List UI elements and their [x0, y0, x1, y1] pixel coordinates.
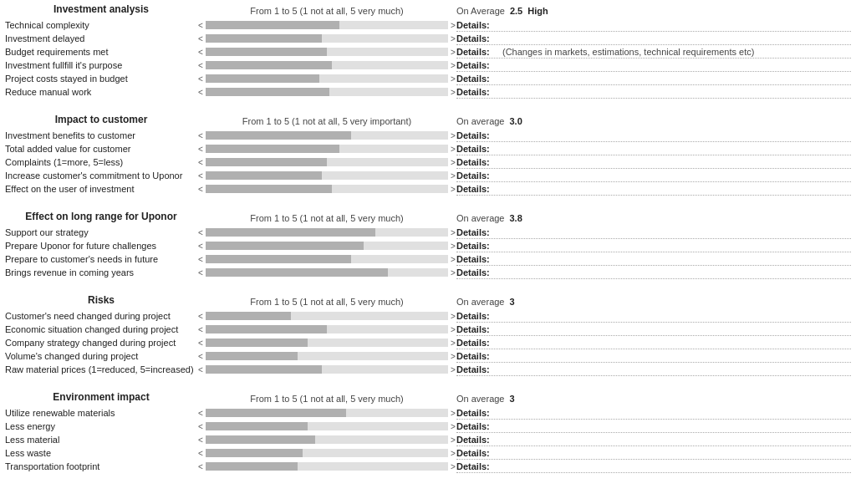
section-title-risks: Risks: [5, 294, 197, 309]
left-arrow-risks-3: <: [197, 352, 204, 361]
left-arrow-investment-1: <: [197, 34, 204, 43]
avg-value-longrange: 3.8: [509, 213, 522, 223]
detail-label-investment-0: Details:: [456, 20, 502, 30]
bar-row-longrange-3: <>: [197, 266, 456, 279]
left-arrow-risks-1: <: [197, 325, 204, 334]
bar-row-customer-4: <>: [197, 182, 456, 196]
right-header-longrange: On average3.8: [456, 211, 851, 226]
detail-label-environment-1: Details:: [456, 421, 502, 431]
scale-header-longrange: From 1 to 5 (1 not at all, 5 very much): [197, 211, 456, 226]
bar-track-longrange-0: [206, 228, 448, 237]
right-arrow-investment-2: >: [450, 48, 456, 57]
divider-3: [5, 384, 851, 391]
detail-row-risks-4: Details:: [456, 363, 851, 376]
section-title-customer: Impact to customer: [5, 114, 197, 129]
detail-row-investment-4: Details:: [456, 72, 851, 85]
bar-row-customer-2: <>: [197, 155, 456, 169]
mid-col-investment: From 1 to 5 (1 not at all, 5 very much)<…: [197, 3, 456, 99]
right-header-customer: On average3.0: [456, 114, 851, 129]
bar-row-investment-0: <>: [197, 18, 456, 32]
right-arrow-risks-4: >: [450, 365, 456, 374]
bar-fill-investment-0: [206, 21, 339, 29]
mid-col-environment: From 1 to 5 (1 not at all, 5 very much)<…: [197, 391, 456, 473]
left-arrow-longrange-3: <: [197, 268, 204, 277]
row-label-investment-4: Project costs stayed in budget: [5, 72, 197, 85]
avg-label-investment: On Average: [456, 6, 505, 16]
left-col-investment: Investment analysisTechnical complexityI…: [5, 3, 197, 99]
bar-track-risks-3: [206, 352, 448, 360]
bar-row-longrange-0: <>: [197, 226, 456, 239]
row-label-environment-3: Less waste: [5, 446, 197, 460]
detail-label-risks-1: Details:: [456, 324, 502, 334]
bar-fill-risks-2: [206, 339, 308, 347]
right-arrow-investment-0: >: [450, 21, 456, 30]
detail-row-investment-5: Details:: [456, 85, 851, 99]
row-label-environment-1: Less energy: [5, 420, 197, 433]
left-arrow-risks-0: <: [197, 312, 204, 321]
avg-value-customer: 3.0: [509, 116, 522, 126]
detail-row-longrange-2: Details:: [456, 252, 851, 266]
detail-row-customer-0: Details:: [456, 129, 851, 142]
detail-value-investment-2: (Changes in markets, estimations, techni…: [502, 47, 851, 57]
bar-fill-environment-1: [206, 422, 308, 430]
right-header-investment: On Average2.5High: [456, 3, 851, 18]
row-label-environment-4: Transportation footprint: [5, 460, 197, 473]
bar-track-investment-3: [206, 61, 448, 69]
bar-track-customer-4: [206, 185, 448, 193]
left-arrow-environment-2: <: [197, 435, 204, 445]
bar-row-risks-1: <>: [197, 323, 456, 336]
detail-label-risks-0: Details:: [456, 311, 502, 321]
right-col-longrange: On average3.8Details:Details:Details:Det…: [456, 211, 851, 279]
bar-track-investment-1: [206, 34, 448, 43]
bar-fill-environment-4: [206, 462, 298, 471]
scale-header-environment: From 1 to 5 (1 not at all, 5 very much): [197, 391, 456, 406]
detail-row-risks-2: Details:: [456, 336, 851, 349]
row-label-risks-1: Economic situation changed during projec…: [5, 323, 197, 336]
bar-track-investment-5: [206, 88, 448, 96]
left-col-customer: Impact to customerInvestment benefits to…: [5, 114, 197, 196]
section-row-environment: Environment impactUtilize renewable mate…: [5, 391, 851, 473]
section-row-risks: RisksCustomer's need changed during proj…: [5, 294, 851, 376]
detail-label-risks-4: Details:: [456, 364, 502, 374]
bar-fill-customer-2: [206, 158, 327, 166]
row-label-risks-2: Company strategy changed during project: [5, 336, 197, 349]
bar-fill-risks-0: [206, 312, 291, 320]
left-arrow-risks-4: <: [197, 365, 204, 374]
detail-label-environment-3: Details:: [456, 448, 502, 458]
bar-track-investment-0: [206, 21, 448, 29]
detail-label-investment-4: Details:: [456, 74, 502, 84]
bar-track-customer-2: [206, 158, 448, 166]
bar-fill-environment-3: [206, 449, 303, 457]
bar-row-investment-2: <>: [197, 45, 456, 59]
right-arrow-investment-3: >: [450, 61, 456, 70]
bar-row-risks-0: <>: [197, 309, 456, 323]
detail-label-risks-3: Details:: [456, 351, 502, 361]
left-arrow-customer-0: <: [197, 131, 204, 140]
section-customer: Impact to customerInvestment benefits to…: [5, 114, 851, 196]
scale-header-risks: From 1 to 5 (1 not at all, 5 very much): [197, 294, 456, 309]
row-label-customer-2: Complaints (1=more, 5=less): [5, 155, 197, 169]
right-arrow-environment-4: >: [450, 462, 456, 471]
avg-label-longrange: On average: [456, 213, 504, 223]
right-header-environment: On average3: [456, 391, 851, 406]
left-col-longrange: Effect on long range for UponorSupport o…: [5, 211, 197, 279]
bar-track-customer-0: [206, 131, 448, 140]
left-arrow-customer-4: <: [197, 185, 204, 194]
right-arrow-investment-4: >: [450, 74, 456, 84]
row-label-investment-0: Technical complexity: [5, 18, 197, 32]
bar-track-investment-2: [206, 48, 448, 56]
bar-row-risks-2: <>: [197, 336, 456, 349]
row-label-longrange-3: Brings revenue in coming years: [5, 266, 197, 279]
row-label-longrange-2: Prepare to customer's needs in future: [5, 252, 197, 266]
bar-fill-environment-0: [206, 409, 346, 417]
bar-row-investment-1: <>: [197, 32, 456, 45]
row-label-longrange-0: Support our strategy: [5, 226, 197, 239]
left-arrow-environment-4: <: [197, 462, 204, 471]
right-arrow-environment-1: >: [450, 422, 456, 431]
detail-label-longrange-1: Details:: [456, 241, 502, 251]
detail-row-investment-2: Details:(Changes in markets, estimations…: [456, 45, 851, 59]
detail-label-customer-4: Details:: [456, 184, 502, 194]
detail-label-longrange-3: Details:: [456, 267, 502, 277]
detail-label-longrange-0: Details:: [456, 227, 502, 237]
detail-row-longrange-3: Details:: [456, 266, 851, 279]
